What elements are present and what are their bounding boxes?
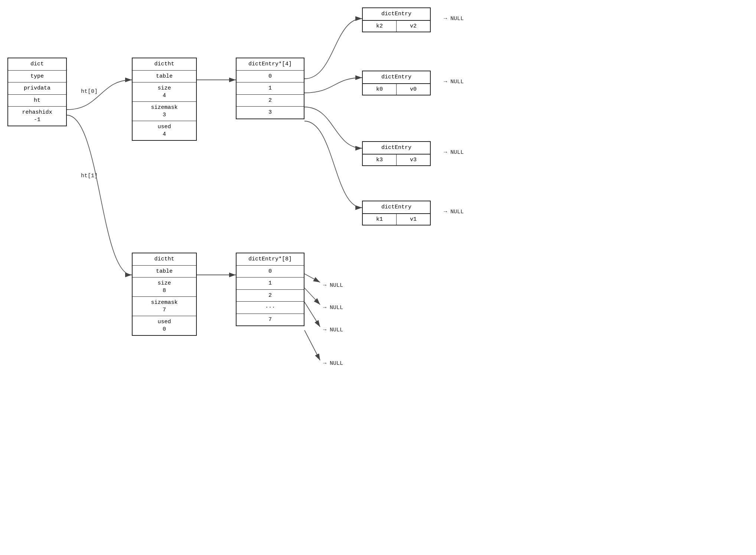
dictht-top-used: used4 xyxy=(133,121,196,140)
entry-k3v3-header: dictEntry xyxy=(363,142,430,154)
dictentry-array-bottom: dictEntry*[8] 0 1 2 ··· 7 xyxy=(236,253,304,326)
dictht-bottom-header: dictht xyxy=(133,253,196,266)
dict-cell-dict: dict xyxy=(8,58,66,71)
entry-k3v3-v: v3 xyxy=(397,155,430,165)
null-label-bottom-2: → NULL xyxy=(323,327,343,333)
null-label-k3v3: → NULL xyxy=(444,149,464,156)
ht0-label: ht[0] xyxy=(81,88,98,95)
null-label-k1v1: → NULL xyxy=(444,209,464,215)
dictentry-array-top-0: 0 xyxy=(237,71,304,83)
dictht-top-sizemask: sizemask3 xyxy=(133,102,196,121)
entry-k3v3-k: k3 xyxy=(363,155,397,165)
entry-k2v2-header: dictEntry xyxy=(363,8,430,20)
entry-k0v0-header: dictEntry xyxy=(363,71,430,84)
entry-k2v2: dictEntry k2 v2 xyxy=(362,7,431,32)
dictentry-array-bottom-2: 2 xyxy=(237,290,304,302)
dictentry-array-bottom-7: 7 xyxy=(237,314,304,326)
dictentry-array-bottom-header: dictEntry*[8] xyxy=(237,253,304,266)
dictht-top-size: size4 xyxy=(133,82,196,102)
diagram: dict type privdata ht rehashidx-1 dictht… xyxy=(0,0,756,555)
dictentry-array-bottom-1: 1 xyxy=(237,278,304,290)
dictentry-array-bottom-0: 0 xyxy=(237,266,304,278)
dictentry-array-top-header: dictEntry*[4] xyxy=(237,58,304,71)
entry-k2v2-k: k2 xyxy=(363,21,397,32)
dict-cell-type: type xyxy=(8,71,66,83)
dictht-top-table: table xyxy=(133,71,196,83)
dict-cell-rehashidx: rehashidx-1 xyxy=(8,107,66,126)
dictht-bottom-table: table xyxy=(133,266,196,278)
null-label-k0v0: → NULL xyxy=(444,79,464,85)
dictht-bottom-size: size8 xyxy=(133,278,196,297)
entry-k2v2-v: v2 xyxy=(397,21,430,32)
null-label-bottom-1: → NULL xyxy=(323,305,343,311)
dict-box: dict type privdata ht rehashidx-1 xyxy=(7,58,67,126)
null-label-bottom-0: → NULL xyxy=(323,282,343,289)
dictentry-array-top-3: 3 xyxy=(237,107,304,119)
dict-cell-privdata: privdata xyxy=(8,82,66,95)
dictht-bottom-sizemask: sizemask7 xyxy=(133,297,196,316)
entry-k0v0: dictEntry k0 v0 xyxy=(362,71,431,95)
dictht-bottom-used: used0 xyxy=(133,316,196,335)
dictentry-array-bottom-dots: ··· xyxy=(237,302,304,314)
entry-k1v1-k: k1 xyxy=(363,214,397,225)
entry-k0v0-k: k0 xyxy=(363,84,397,95)
null-label-k2v2: → NULL xyxy=(444,16,464,22)
entry-k1v1-v: v1 xyxy=(397,214,430,225)
dict-cell-ht: ht xyxy=(8,95,66,107)
entry-k1v1-header: dictEntry xyxy=(363,201,430,214)
entry-k3v3: dictEntry k3 v3 xyxy=(362,141,431,166)
dictht-top-box: dictht table size4 sizemask3 used4 xyxy=(132,58,197,141)
dictht-bottom-box: dictht table size8 sizemask7 used0 xyxy=(132,253,197,336)
null-label-bottom-7: → NULL xyxy=(323,360,343,367)
dictentry-array-top-2: 2 xyxy=(237,95,304,107)
entry-k1v1: dictEntry k1 v1 xyxy=(362,201,431,225)
dictentry-array-top: dictEntry*[4] 0 1 2 3 xyxy=(236,58,304,119)
dictht-top-header: dictht xyxy=(133,58,196,71)
entry-k0v0-v: v0 xyxy=(397,84,430,95)
dictentry-array-top-1: 1 xyxy=(237,82,304,95)
ht1-label: ht[1] xyxy=(81,173,98,179)
